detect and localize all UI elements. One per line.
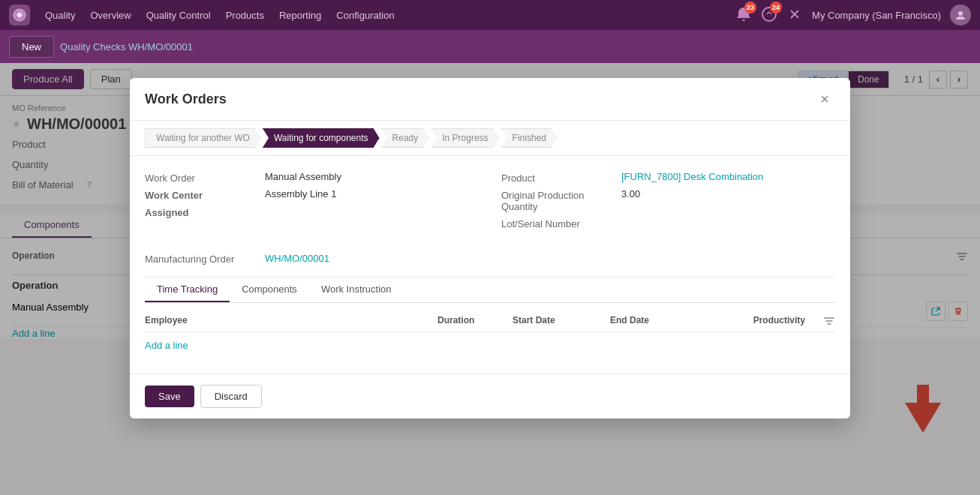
top-nav: Quality Overview Quality Control Product… [0, 0, 980, 30]
tt-table-header: Employee Duration Start Date End Date Pr… [145, 309, 835, 332]
second-row: New Quality Checks WH/MO/00001 [0, 30, 980, 63]
work-center-label: Work Center [145, 188, 265, 201]
work-order-value: Manual Assembly [265, 171, 341, 182]
company-name: My Company (San Francisco) [812, 10, 941, 21]
nav-icons: 23 24 My Company (San Francisco) [735, 4, 971, 26]
mo-ref-value-modal[interactable]: WH/MO/00001 [265, 253, 329, 264]
modal-step-ready[interactable]: Ready [381, 128, 430, 148]
assigned-field: Assigned [145, 206, 479, 218]
mo-ref-label-modal: Manufacturing Order [145, 252, 265, 265]
mo-ref-row: Manufacturing Order WH/MO/00001 [145, 249, 835, 265]
work-orders-modal: Work Orders × Waiting for another WO Wai… [130, 78, 850, 418]
nav-configuration[interactable]: Configuration [336, 10, 394, 21]
tab-time-tracking[interactable]: Time Tracking [145, 278, 230, 302]
main-content: Produce All Plan nfirmed Done 1 / 1 ‹ › … [0, 63, 980, 495]
breadcrumb-link[interactable]: Quality Checks WH/MO/00001 [60, 41, 193, 52]
modal-fields-left: Work Order Manual Assembly Work Center A… [145, 171, 479, 234]
product-value-modal[interactable]: [FURN_7800] Desk Combination [621, 171, 763, 182]
tt-col-duration-header: Duration [437, 315, 513, 327]
cart-count: 24 [770, 2, 782, 14]
user-avatar[interactable] [950, 4, 971, 26]
lot-field: Lot/Serial Number [501, 217, 835, 230]
nav-reporting[interactable]: Reporting [279, 10, 321, 21]
nav-quality-control[interactable]: Quality Control [146, 10, 211, 21]
discard-button[interactable]: Discard [200, 385, 262, 408]
orig-qty-label: Original Production Quantity [501, 188, 621, 212]
tab-components[interactable]: Components [230, 278, 309, 302]
tt-col-start-header: Start Date [513, 315, 610, 327]
modal-footer: Save Discard [130, 374, 850, 418]
notifications-count: 23 [744, 2, 756, 14]
notifications-badge[interactable]: 23 [735, 6, 752, 25]
modal-title: Work Orders [145, 92, 814, 107]
nav-overview[interactable]: Overview [90, 10, 131, 21]
new-button[interactable]: New [9, 36, 54, 58]
cart-badge[interactable]: 24 [761, 6, 777, 25]
work-order-label: Work Order [145, 171, 265, 184]
save-button[interactable]: Save [145, 386, 194, 407]
nav-products[interactable]: Products [226, 10, 264, 21]
work-center-value: Assembly Line 1 [265, 188, 336, 200]
tab-work-instruction[interactable]: Work Instruction [309, 278, 404, 302]
modal-overlay: Work Orders × Waiting for another WO Wai… [0, 63, 980, 495]
lot-label: Lot/Serial Number [501, 217, 621, 230]
app-name[interactable]: Quality [45, 10, 75, 21]
modal-status-bar: Waiting for another WO Waiting for compo… [130, 121, 850, 156]
modal-step-in-progress[interactable]: In Progress [431, 128, 499, 148]
modal-step-finished[interactable]: Finished [501, 128, 558, 148]
assigned-label: Assigned [145, 206, 265, 218]
tt-col-end-header: End Date [610, 315, 708, 327]
tt-add-line[interactable]: Add a line [145, 332, 835, 358]
modal-tabs: Time Tracking Components Work Instructio… [145, 278, 835, 303]
modal-header: Work Orders × [130, 78, 850, 121]
close-icon[interactable] [786, 6, 803, 25]
modal-fields-right: Product [FURN_7800] Desk Combination Ori… [501, 171, 835, 234]
tt-settings-icon[interactable] [805, 315, 835, 327]
modal-close-button[interactable]: × [814, 88, 835, 110]
modal-step-waiting-wo[interactable]: Waiting for another WO [145, 128, 261, 148]
app-logo[interactable] [9, 4, 30, 26]
work-order-field: Work Order Manual Assembly [145, 171, 479, 184]
tt-col-productivity-header: Productivity [708, 315, 805, 327]
modal-step-waiting-components[interactable]: Waiting for components [263, 128, 380, 148]
modal-fields: Work Order Manual Assembly Work Center A… [145, 171, 835, 234]
modal-body: Work Order Manual Assembly Work Center A… [130, 156, 850, 374]
orig-qty-field: Original Production Quantity 3.00 [501, 188, 835, 212]
time-tracking-table: Employee Duration Start Date End Date Pr… [145, 309, 835, 358]
svg-point-2 [958, 11, 963, 16]
product-label-modal: Product [501, 171, 621, 184]
work-center-field: Work Center Assembly Line 1 [145, 188, 479, 201]
orig-qty-value: 3.00 [621, 188, 640, 200]
tt-col-employee-header: Employee [145, 315, 437, 327]
product-field-modal: Product [FURN_7800] Desk Combination [501, 171, 835, 184]
